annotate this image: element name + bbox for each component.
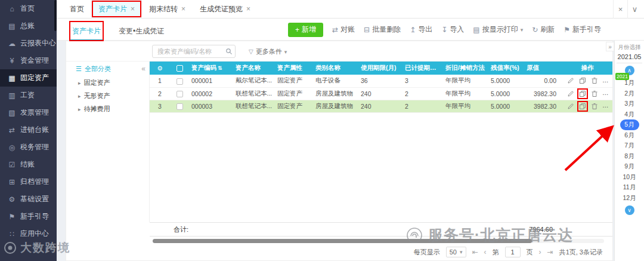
edit-icon[interactable] [566, 102, 575, 110]
tab-close-icon[interactable]: × [181, 5, 185, 13]
sidebar-item[interactable]: ⚙基础设置 [0, 191, 57, 208]
sidebar-item[interactable]: ◎税务管理 [0, 139, 57, 156]
search-icon[interactable] [223, 48, 235, 55]
category-tree-item[interactable]: ▸固定资产 [66, 76, 149, 89]
table-header-cell[interactable]: 资产名称 [233, 62, 275, 75]
sidebar-item[interactable]: ∷应用中心 [0, 225, 57, 242]
delete-icon[interactable] [590, 90, 599, 98]
search-input[interactable] [153, 48, 223, 55]
table-header-cell[interactable]: 已计提期限(月) [402, 62, 443, 75]
tab-close-icon[interactable]: × [131, 5, 135, 13]
sidebar-item[interactable]: ⌂首页 [0, 0, 57, 17]
row-checkbox[interactable] [177, 91, 183, 97]
tab-list-caret-icon[interactable]: ∨ [627, 0, 642, 19]
scroll-down-icon[interactable]: ∨ [625, 205, 634, 215]
period-selector[interactable]: 2021.05 [617, 51, 642, 63]
reconcile-icon: ⇄ [332, 26, 338, 34]
sidebar-scrollbar[interactable] [54, 0, 57, 31]
sidebar-item[interactable]: ▦固定资产 [0, 69, 57, 87]
table-cell: 年限平均 [443, 87, 488, 100]
tab[interactable]: 资产卡片× [91, 0, 142, 18]
tab-close-icon[interactable]: × [246, 5, 250, 13]
prev-page-icon[interactable]: ‹ [484, 248, 487, 256]
month-item[interactable]: 11月 [615, 182, 644, 193]
table-header-cell[interactable]: 操作 [562, 62, 612, 75]
sort-icon[interactable]: ⇅ [218, 65, 222, 71]
sidebar-item[interactable]: ☁云报表中心 [0, 35, 57, 52]
sidebar-item[interactable]: ⊞归档管理 [0, 173, 57, 191]
month-item[interactable]: 2月 [615, 88, 644, 99]
sidebar-item[interactable]: ☑结账 [0, 156, 57, 173]
month-item[interactable]: 5月 [620, 119, 639, 130]
tab[interactable]: 生成凭证预览× [193, 0, 258, 18]
toolbar-button[interactable]: ▤按显示打印▾ [473, 24, 523, 35]
month-item[interactable]: 8月 [615, 151, 644, 162]
close-all-tabs-icon[interactable]: × [613, 0, 627, 19]
table-header-cell[interactable]: 资产编码⇅ [189, 62, 233, 75]
toolbar-button[interactable]: ↥导出 [410, 24, 432, 35]
collapse-month-panel-icon[interactable]: » [606, 42, 614, 51]
delete-icon[interactable] [590, 76, 599, 85]
toolbar-button[interactable]: ↧导入 [441, 24, 464, 35]
generate-voucher-icon[interactable] [578, 102, 587, 110]
sidebar-item[interactable]: ⚑新手引导 [0, 208, 57, 225]
table-header-cell[interactable]: 残值率(%) [488, 62, 524, 75]
table-header-cell[interactable]: 原值 [524, 62, 562, 75]
category-tree-item[interactable]: ▸无形资产 [66, 89, 149, 102]
page-input[interactable] [505, 247, 521, 257]
month-item[interactable]: 10月 [615, 172, 644, 183]
category-tree-item[interactable]: ▸待摊费用 [66, 102, 149, 115]
per-page-select[interactable]: 50 ▾ [446, 247, 466, 257]
horizontal-scrollbar-thumb[interactable] [153, 239, 532, 243]
select-all-checkbox[interactable] [170, 62, 189, 75]
month-item[interactable]: 7月 [615, 140, 644, 151]
filter-row: ▽ 更多条件 ▾ [66, 41, 612, 62]
tax-icon: ◎ [8, 143, 16, 152]
month-item[interactable]: 12月 [615, 193, 644, 204]
toolbar-button[interactable]: ⇄对账 [332, 24, 355, 35]
tab[interactable]: 首页 [63, 0, 91, 18]
sidebar-item[interactable]: ¥资金管理 [0, 52, 57, 69]
toolbar-button[interactable]: ⚑新手引导 [564, 24, 601, 35]
next-page-icon[interactable]: › [539, 248, 541, 256]
delete-icon[interactable] [590, 102, 599, 110]
generate-voucher-icon[interactable] [578, 90, 587, 98]
table-header-cell[interactable]: 折旧/摊销方法 [443, 62, 488, 75]
table-header-cell[interactable]: 类别名称 [313, 62, 358, 75]
more-conditions-button[interactable]: ▽ 更多条件 ▾ [249, 47, 287, 56]
month-item[interactable]: 4月 [615, 109, 644, 120]
generate-voucher-icon[interactable] [578, 76, 587, 85]
add-asset-button[interactable]: + 新增 [288, 23, 323, 37]
table-header-cell[interactable]: 使用期限(月) [358, 62, 402, 75]
newbie-guide-icon: ⚑ [564, 26, 570, 34]
asset-table: ⚙资产编码⇅资产名称资产属性类别名称使用期限(月)已计提期限(月)折旧/摊销方法… [150, 62, 612, 113]
last-page-icon[interactable]: ⇥ [547, 248, 553, 256]
toolbar-button[interactable]: ↻刷新 [532, 24, 555, 35]
subtab[interactable]: 资产卡片 [70, 22, 103, 41]
table-row[interactable]: 2000002联想笔记本...固定资产房屋及建筑物2402年限平均5.00003… [150, 87, 612, 100]
table-row[interactable]: 3000003联想笔记本...固定资产房屋及建筑物2402年限平均5.00003… [150, 100, 612, 112]
month-item[interactable]: 9月 [615, 161, 644, 172]
sidebar-item[interactable]: ⇄进销台账 [0, 121, 57, 139]
column-settings-icon[interactable]: ⚙ [150, 62, 170, 75]
sidebar-item[interactable]: ▧发票管理 [0, 104, 57, 121]
tab[interactable]: 期末结转× [142, 0, 193, 18]
table-row[interactable]: 1000001戴尔笔记本...固定资产电子设备363年限平均5.00000.00 [150, 75, 612, 87]
edit-icon[interactable] [566, 76, 575, 85]
collapse-tree-icon[interactable]: « [141, 65, 145, 73]
column-label: 原值 [527, 64, 539, 71]
sidebar-item[interactable]: ▤总账 [0, 17, 57, 35]
first-page-icon[interactable]: ⇤ [472, 248, 478, 256]
sidebar-item[interactable]: ▥工资 [0, 87, 57, 104]
subtab[interactable]: 变更•生成凭证 [116, 22, 166, 41]
month-item[interactable]: 3月 [615, 99, 644, 109]
edit-icon[interactable] [566, 90, 575, 98]
row-actions [562, 87, 612, 100]
row-checkbox[interactable] [177, 103, 183, 110]
month-item[interactable]: 6月 [615, 130, 644, 141]
table-header-cell[interactable]: 资产属性 [275, 62, 313, 75]
row-checkbox[interactable] [177, 78, 183, 85]
table-cell: 固定资产 [275, 75, 313, 87]
toolbar-button[interactable]: ⊟批量删除 [364, 24, 401, 35]
toolbar-button-label: 对账 [340, 24, 355, 35]
